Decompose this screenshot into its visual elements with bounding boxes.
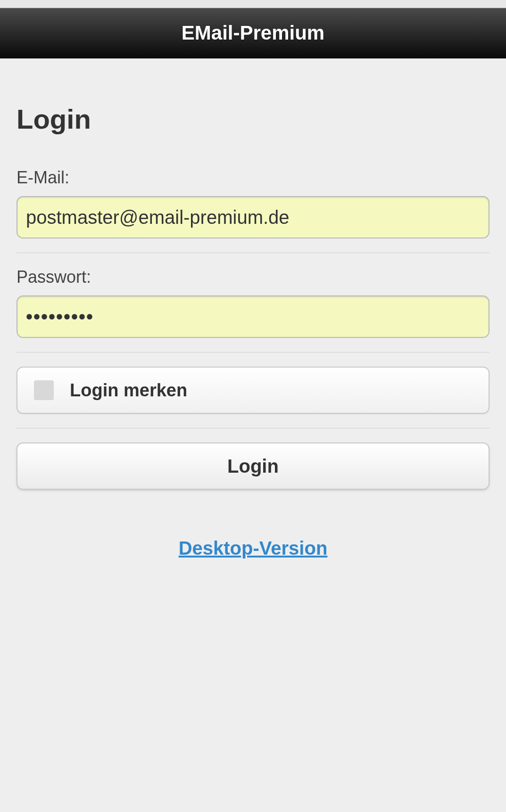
login-button[interactable]: Login xyxy=(17,443,489,490)
app-header: EMail-Premium xyxy=(0,8,506,58)
remember-label: Login merken xyxy=(70,380,187,401)
remember-checkbox[interactable]: Login merken xyxy=(17,367,489,414)
email-group: E-Mail: xyxy=(17,168,489,253)
desktop-link-wrapper: Desktop-Version xyxy=(17,538,489,559)
remember-group: Login merken xyxy=(17,367,489,428)
app-title: EMail-Premium xyxy=(182,22,324,44)
password-field[interactable] xyxy=(17,295,489,338)
password-group: Passwort: xyxy=(17,267,489,353)
email-field[interactable] xyxy=(17,196,489,238)
desktop-version-link[interactable]: Desktop-Version xyxy=(179,538,328,558)
email-label: E-Mail: xyxy=(17,168,489,188)
page-title: Login xyxy=(17,58,489,168)
submit-group: Login xyxy=(17,443,489,504)
password-label: Passwort: xyxy=(17,267,489,287)
status-bar xyxy=(0,0,506,8)
checkbox-icon xyxy=(34,380,54,400)
login-form: Login E-Mail: Passwort: Login merken Log… xyxy=(0,58,506,812)
